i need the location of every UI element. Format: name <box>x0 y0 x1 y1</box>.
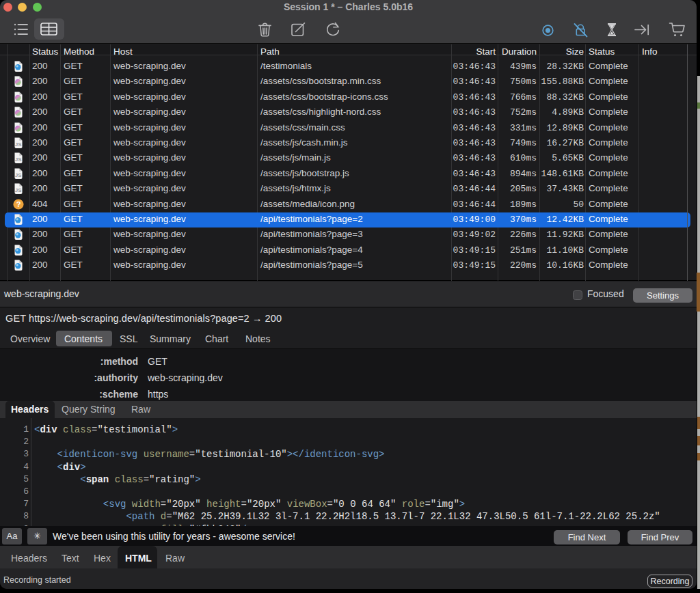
svg-text:JS: JS <box>15 141 22 148</box>
svg-text:JS: JS <box>15 187 22 193</box>
svg-text:JS: JS <box>15 156 22 163</box>
svg-text:JS: JS <box>15 172 22 178</box>
svg-text:?: ? <box>16 200 21 208</box>
